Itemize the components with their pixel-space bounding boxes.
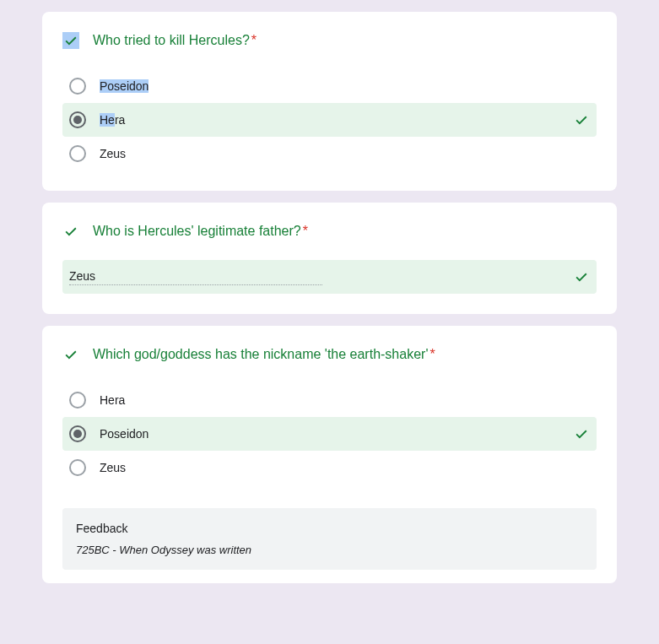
feedback-text: 725BC - When Odyssey was written bbox=[76, 544, 583, 556]
option-label: Poseidon bbox=[100, 79, 590, 93]
option-row[interactable]: Zeus bbox=[62, 451, 597, 484]
radio-selected-icon bbox=[69, 111, 86, 128]
option-label: Zeus bbox=[100, 147, 590, 160]
check-icon bbox=[62, 223, 79, 240]
question-text: Who tried to kill Hercules?* bbox=[93, 33, 257, 48]
check-icon bbox=[573, 425, 590, 442]
question-card-3: Which god/goddess has the nickname 'the … bbox=[42, 326, 617, 583]
question-card-2: Who is Hercules' legitimate father?* Zeu… bbox=[42, 203, 617, 314]
radio-selected-icon bbox=[69, 425, 86, 442]
text-answer-row: Zeus bbox=[62, 260, 597, 294]
option-label: Hera bbox=[100, 393, 590, 407]
feedback-title: Feedback bbox=[76, 522, 583, 535]
feedback-box: Feedback 725BC - When Odyssey was writte… bbox=[62, 508, 597, 570]
option-label: Zeus bbox=[100, 461, 590, 474]
radio-unselected-icon bbox=[69, 145, 86, 162]
question-text: Which god/goddess has the nickname 'the … bbox=[93, 347, 435, 362]
option-row[interactable]: Hera bbox=[62, 103, 597, 137]
option-row[interactable]: Zeus bbox=[62, 137, 597, 170]
radio-unselected-icon bbox=[69, 392, 86, 409]
option-label: Hera bbox=[100, 113, 559, 127]
question-card-1: Who tried to kill Hercules?* Poseidon He… bbox=[42, 12, 617, 191]
radio-unselected-icon bbox=[69, 459, 86, 476]
required-asterisk: * bbox=[429, 347, 435, 361]
radio-unselected-icon bbox=[69, 78, 86, 95]
option-label: Poseidon bbox=[100, 427, 559, 441]
question-text: Who is Hercules' legitimate father?* bbox=[93, 224, 308, 239]
question-header: Who tried to kill Hercules?* bbox=[62, 32, 597, 49]
options-list: Poseidon Hera Zeus bbox=[62, 69, 597, 170]
check-icon bbox=[62, 346, 79, 363]
check-icon bbox=[573, 268, 590, 285]
check-icon bbox=[573, 111, 590, 128]
question-header: Who is Hercules' legitimate father?* bbox=[62, 223, 597, 240]
options-list: Hera Poseidon Zeus bbox=[62, 383, 597, 484]
option-row[interactable]: Poseidon bbox=[62, 417, 597, 451]
question-header: Which god/goddess has the nickname 'the … bbox=[62, 346, 597, 363]
option-row[interactable]: Hera bbox=[62, 383, 597, 417]
text-answer-value: Zeus bbox=[69, 269, 322, 285]
required-asterisk: * bbox=[303, 224, 308, 238]
required-asterisk: * bbox=[251, 33, 257, 47]
check-icon bbox=[62, 32, 79, 49]
option-row[interactable]: Poseidon bbox=[62, 69, 597, 103]
